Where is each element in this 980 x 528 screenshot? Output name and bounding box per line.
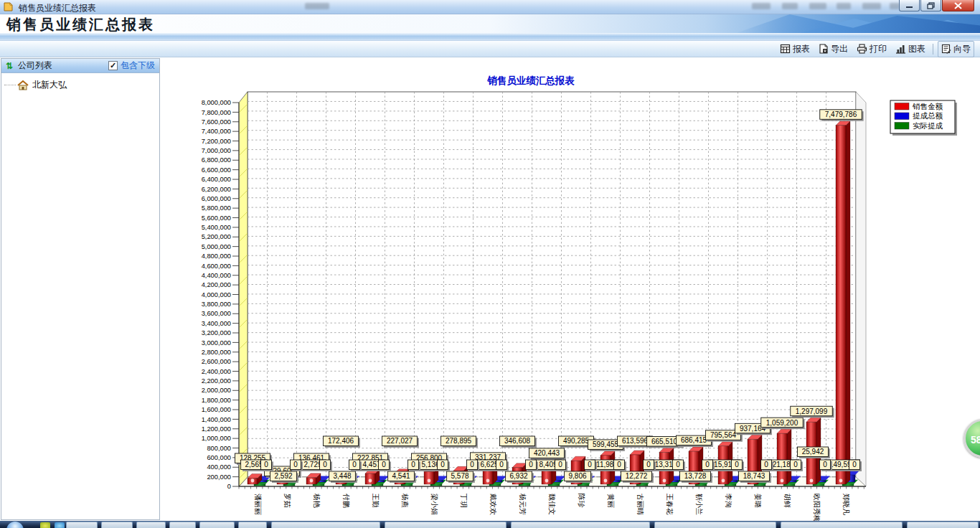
label-text: 0 (529, 461, 533, 468)
taskbar-button[interactable] (238, 522, 267, 528)
label-text: 0 (764, 461, 768, 468)
export-button[interactable]: 导出 (816, 42, 851, 57)
chart-title: 销售员业绩汇总报表 (486, 75, 575, 86)
chart-button[interactable]: 图表 (892, 42, 928, 57)
x-category-label: 潘丽丽 (254, 494, 262, 515)
blurred-text (305, 3, 329, 9)
taskbar-button[interactable] (101, 522, 133, 528)
legend-label: 销售金额 (912, 102, 943, 110)
label-text: 795,564 (710, 431, 737, 439)
chart-icon (895, 44, 906, 54)
include-sub-label[interactable]: 包含下级 (121, 60, 155, 72)
taskbar (0, 521, 980, 528)
bar-sales (424, 472, 434, 484)
bar-gloss (310, 479, 314, 483)
label-text: 0 (440, 461, 445, 468)
x-category-label: 李洵 (725, 494, 732, 508)
y-tick-label: 400,000 (207, 463, 231, 471)
x-category-label: 王勤 (372, 493, 380, 508)
label-text: 7,479,786 (825, 110, 857, 118)
taskbar-tray-icon[interactable] (55, 522, 65, 528)
y-tick-label: 2,800,000 (202, 349, 231, 356)
label-text: 2,592 (274, 472, 292, 480)
label-text: 0 (499, 461, 504, 468)
y-tick-label: 6,600,000 (202, 166, 231, 174)
titlebar: 销售员业绩汇总报表 (0, 0, 980, 14)
taskbar-window-button[interactable] (907, 522, 979, 528)
x-category-label: 王春花 (666, 493, 674, 515)
tree-item-company[interactable]: 北新大弘 (4, 79, 159, 91)
y-tick-label: 200,000 (207, 473, 231, 481)
print-button[interactable]: 打印 (854, 42, 890, 57)
blurred-menu-item (837, 3, 851, 9)
start-button[interactable] (6, 522, 24, 528)
chart-right-wall (856, 92, 866, 486)
y-tick-label: 5,000,000 (202, 243, 231, 250)
label-text: 3,448 (333, 472, 351, 480)
taskbar-window-button[interactable] (385, 522, 507, 528)
y-tick-label: 2,200,000 (202, 377, 231, 385)
taskbar-button[interactable] (136, 522, 166, 528)
label-text: 12,272 (626, 472, 648, 480)
bar-gloss (722, 479, 725, 483)
label-text: 1,059,200 (766, 419, 798, 427)
label-text: 599,455 (593, 440, 619, 448)
label-text: 172,406 (328, 437, 354, 445)
y-tick-label: 4,200,000 (202, 281, 231, 288)
y-tick-label: 1,200,000 (202, 425, 231, 433)
minimize-button[interactable] (899, 0, 920, 11)
x-category-label: 胡鲜 (783, 494, 791, 508)
label-text: 13,728 (684, 472, 707, 480)
label-text: 18,743 (743, 472, 765, 480)
report-button[interactable]: 报表 (777, 42, 813, 57)
x-category-label: 欧阳秀梅 (813, 494, 821, 521)
y-tick-label: 3,200,000 (202, 329, 231, 336)
refresh-icon[interactable]: ⇅ (6, 61, 13, 71)
taskbar-window-button[interactable] (271, 522, 380, 528)
x-category-label: 魏佳文 (548, 494, 556, 515)
company-panel: ⇅ 公司列表 ✓ 包含下级 北新大弘 (1, 58, 160, 520)
taskbar-button[interactable] (66, 522, 98, 528)
label-text: 686,415 (681, 436, 707, 444)
taskbar-tray-icon[interactable] (40, 522, 50, 528)
legend-label: 提成总额 (913, 111, 943, 120)
label-text: 0 (293, 461, 298, 468)
x-category-label: 戴欢欢 (489, 494, 497, 515)
restore-button[interactable] (920, 0, 941, 11)
label-text: 0 (735, 461, 739, 468)
taskbar-button[interactable] (169, 522, 196, 528)
taskbar-window-button[interactable] (654, 522, 776, 528)
label-text: 346,608 (504, 437, 531, 445)
taskbar-button[interactable] (199, 522, 235, 528)
chart-region: 8,000,0007,800,0007,600,0007,400,0007,20… (164, 57, 980, 521)
label-text: 6,932 (509, 472, 527, 480)
blurred-menu-item (862, 3, 881, 9)
y-tick-label: 6,800,000 (202, 156, 231, 164)
close-button[interactable] (942, 0, 974, 11)
legend-label: 实际提成 (913, 121, 943, 130)
legend-swatch (895, 123, 909, 130)
bar-gloss (839, 479, 843, 483)
include-sub-checkbox[interactable]: ✓ (108, 61, 118, 70)
y-tick-label: 4,600,000 (202, 263, 231, 270)
wizard-button[interactable]: 向导 (938, 41, 974, 57)
y-tick-label: 2,000,000 (202, 387, 231, 394)
labels-actual: 000000000000000000000 (260, 460, 861, 471)
tree-connector (4, 85, 16, 85)
x-category-label: 杨燕 (401, 493, 409, 508)
label-text: 613,596 (622, 437, 649, 445)
y-tick-label: 4,400,000 (202, 272, 231, 279)
y-tick-label: 600,000 (207, 454, 231, 461)
label-text: 0 (852, 461, 857, 468)
y-tick-label: 5,400,000 (202, 224, 231, 231)
y-tick-label: 3,400,000 (202, 320, 231, 327)
y-tick-label: 1,400,000 (202, 416, 231, 423)
window-title: 销售员业绩汇总报表 (19, 2, 96, 14)
app-icon (4, 1, 14, 12)
taskbar-window-button[interactable] (511, 522, 650, 528)
taskbar-window-button[interactable] (781, 522, 903, 528)
x-category-label: 付鹏 (342, 494, 350, 508)
page-title: 销售员业绩汇总报表 (6, 15, 155, 33)
bar-gloss (604, 479, 608, 483)
x-category-label: 靳小兰 (695, 494, 703, 515)
